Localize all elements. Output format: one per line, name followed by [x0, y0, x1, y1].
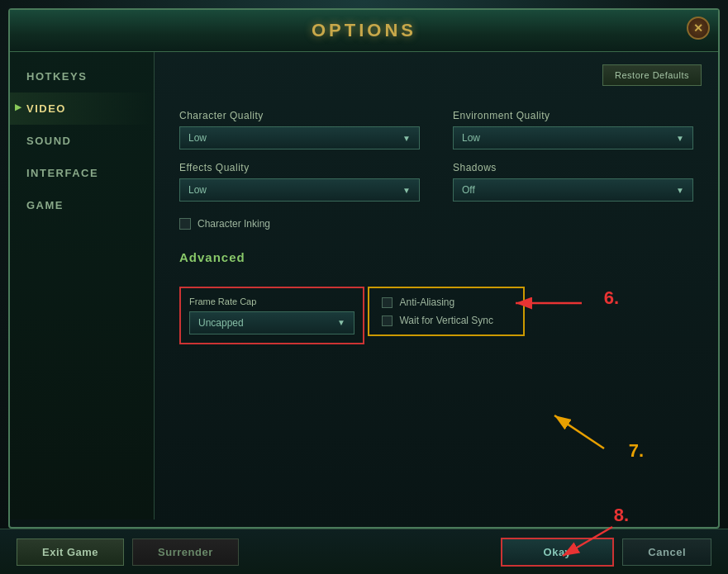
- exit-game-button[interactable]: Exit Game: [17, 538, 124, 566]
- vsync-checkbox[interactable]: [382, 315, 393, 326]
- character-inking-checkbox[interactable]: [179, 218, 191, 230]
- overlay: OPTIONS ✕ HOTKEYS VIDEO SOUND INTERFACE: [0, 0, 728, 574]
- dialog-body: HOTKEYS VIDEO SOUND INTERFACE GAME Rest: [10, 52, 718, 519]
- character-quality-value: Low: [188, 132, 207, 144]
- effects-quality-arrow: ▼: [402, 186, 411, 195]
- character-inking-label: Character Inking: [197, 218, 270, 230]
- sidebar-label-game: GAME: [26, 199, 64, 211]
- sidebar-item-hotkeys[interactable]: HOTKEYS: [10, 60, 154, 93]
- vsync-label: Wait for Vertical Sync: [399, 315, 493, 326]
- sidebar-item-interface[interactable]: INTERFACE: [10, 157, 154, 189]
- environment-quality-dropdown[interactable]: Low ▼: [453, 126, 693, 149]
- shadows-group: Shadows Off ▼: [453, 162, 693, 202]
- annotation-7: 7.: [629, 440, 644, 462]
- character-quality-dropdown[interactable]: Low ▼: [179, 126, 420, 149]
- sidebar-label-video: VIDEO: [26, 102, 66, 115]
- annotation-8: 8.: [614, 505, 629, 526]
- arrow-6-svg: [507, 291, 590, 315]
- effects-quality-dropdown[interactable]: Low ▼: [179, 178, 420, 202]
- sidebar-label-hotkeys: HOTKEYS: [26, 70, 87, 83]
- shadows-arrow: ▼: [676, 186, 684, 195]
- dialog-title: OPTIONS: [10, 20, 718, 41]
- svg-line-3: [554, 415, 604, 448]
- frame-rate-cap-value: Uncapped: [198, 317, 244, 329]
- sidebar-label-interface: INTERFACE: [26, 167, 98, 179]
- character-quality-group: Character Quality Low ▼: [179, 110, 420, 149]
- sidebar: HOTKEYS VIDEO SOUND INTERFACE GAME: [10, 52, 155, 519]
- vsync-row: Wait for Vertical Sync: [382, 315, 511, 326]
- arrow-7-svg: [546, 411, 612, 453]
- sidebar-label-sound: SOUND: [26, 135, 71, 147]
- anti-aliasing-row: Anti-Aliasing: [382, 296, 511, 308]
- character-quality-arrow: ▼: [402, 134, 411, 143]
- character-inking-row: Character Inking: [179, 218, 693, 230]
- close-icon: ✕: [693, 21, 703, 35]
- anti-aliasing-checkbox[interactable]: [382, 297, 393, 308]
- svg-line-5: [563, 527, 612, 556]
- anti-aliasing-label: Anti-Aliasing: [399, 296, 454, 308]
- bottom-bar: Exit Game Surrender Okay Cancel 8.: [0, 529, 728, 574]
- restore-defaults-button[interactable]: Restore Defaults: [602, 64, 702, 86]
- surrender-button[interactable]: Surrender: [132, 538, 239, 566]
- shadows-value: Off: [462, 184, 475, 196]
- character-quality-label: Character Quality: [179, 110, 420, 121]
- frame-rate-cap-label: Frame Rate Cap: [189, 296, 354, 306]
- effects-quality-group: Effects Quality Low ▼: [179, 162, 420, 202]
- sidebar-item-video[interactable]: VIDEO: [10, 93, 154, 125]
- effects-quality-label: Effects Quality: [179, 162, 420, 173]
- frame-rate-cap-box: Frame Rate Cap Uncapped ▼: [179, 287, 364, 344]
- environment-quality-arrow: ▼: [676, 134, 684, 143]
- quality-grid: Character Quality Low ▼ Environment Qual…: [179, 110, 693, 202]
- shadows-label: Shadows: [453, 162, 693, 173]
- frame-rate-cap-dropdown[interactable]: Uncapped ▼: [189, 311, 354, 334]
- effects-quality-value: Low: [188, 184, 207, 196]
- annotation-6: 6.: [604, 287, 619, 309]
- shadows-dropdown[interactable]: Off ▼: [453, 178, 693, 202]
- options-dialog: OPTIONS ✕ HOTKEYS VIDEO SOUND INTERFACE: [8, 8, 720, 529]
- sidebar-item-sound[interactable]: SOUND: [10, 125, 154, 157]
- arrow-8-svg: [554, 523, 621, 564]
- environment-quality-label: Environment Quality: [453, 110, 693, 121]
- advanced-title: Advanced: [179, 250, 693, 264]
- close-button[interactable]: ✕: [687, 17, 710, 40]
- title-bar: OPTIONS ✕: [10, 10, 718, 52]
- environment-quality-value: Low: [462, 132, 480, 144]
- cancel-button[interactable]: Cancel: [622, 538, 711, 566]
- sidebar-item-game[interactable]: GAME: [10, 189, 154, 221]
- frame-rate-cap-arrow: ▼: [337, 318, 345, 327]
- main-content: Restore Defaults Character Quality Low ▼…: [155, 52, 718, 519]
- checkboxes-box: Anti-Aliasing Wait for Vertical Sync: [368, 287, 525, 336]
- environment-quality-group: Environment Quality Low ▼: [453, 110, 693, 149]
